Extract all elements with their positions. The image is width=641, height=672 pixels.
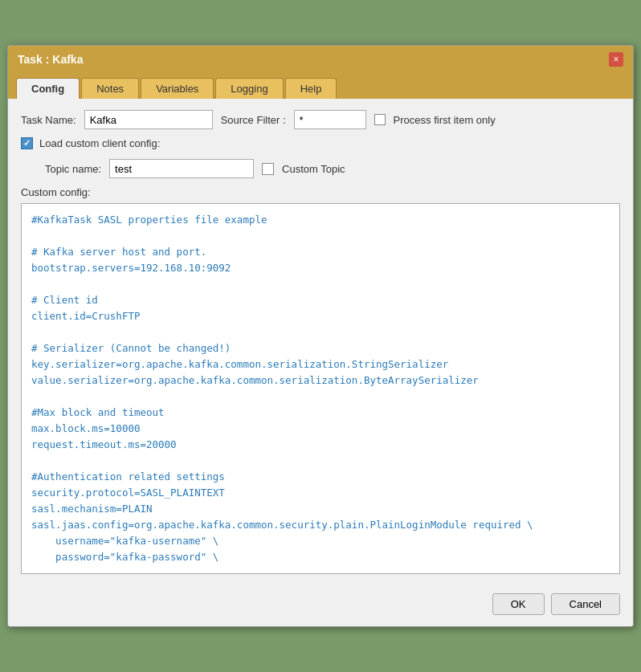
task-name-row: Task Name: Source Filter : Process first…	[21, 110, 620, 129]
tab-variables[interactable]: Variables	[141, 78, 214, 99]
load-custom-checkbox[interactable]	[21, 137, 33, 149]
topic-name-label: Topic name:	[45, 163, 101, 175]
window-title: Task : Kafka	[18, 53, 83, 66]
tab-help[interactable]: Help	[285, 78, 337, 99]
load-custom-row: Load custom client config:	[21, 137, 620, 149]
tab-config[interactable]: Config	[16, 78, 80, 99]
process-first-label: Process first item only	[394, 114, 496, 126]
topic-name-input[interactable]	[109, 159, 254, 178]
content-area: Task Name: Source Filter : Process first…	[8, 99, 633, 585]
tabs-bar: Config Notes Variables Logging Help	[8, 73, 633, 99]
task-name-input[interactable]	[84, 110, 213, 129]
tab-notes[interactable]: Notes	[81, 78, 139, 99]
source-filter-input[interactable]	[294, 110, 366, 129]
title-bar: Task : Kafka ×	[8, 46, 633, 73]
custom-topic-label: Custom Topic	[282, 163, 345, 175]
close-button[interactable]: ×	[609, 52, 623, 67]
dialog: Task : Kafka × Config Notes Variables Lo…	[7, 45, 634, 627]
tab-logging[interactable]: Logging	[215, 78, 283, 99]
process-first-checkbox[interactable]	[374, 114, 386, 125]
custom-topic-checkbox[interactable]	[262, 163, 274, 175]
topic-name-row: Topic name: Custom Topic	[21, 159, 620, 178]
footer: OK Cancel	[8, 585, 633, 626]
source-filter-label: Source Filter :	[221, 114, 286, 126]
ok-button[interactable]: OK	[492, 593, 545, 615]
custom-config-label: Custom config:	[21, 186, 620, 198]
task-name-label: Task Name:	[21, 114, 76, 126]
custom-config-area[interactable]: #KafkaTask SASL properties file example …	[21, 203, 620, 574]
load-custom-label: Load custom client config:	[39, 137, 160, 149]
cancel-button[interactable]: Cancel	[551, 593, 620, 615]
